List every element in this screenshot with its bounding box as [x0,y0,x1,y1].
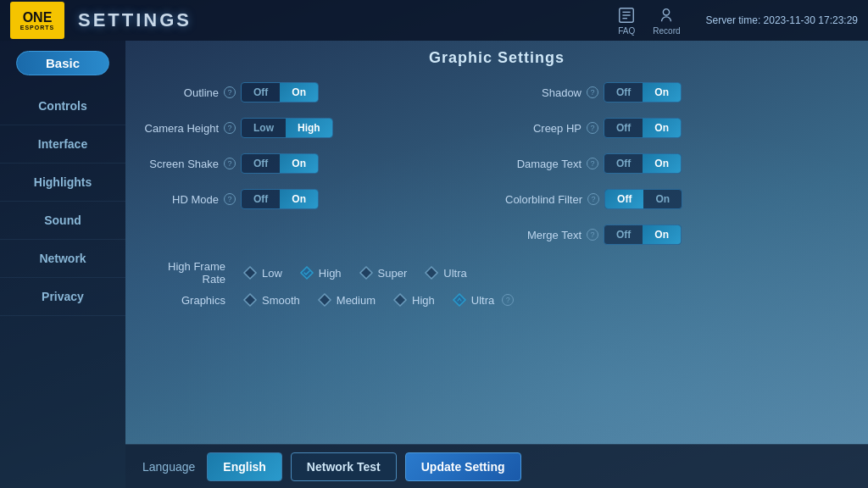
setting-merge-text: Merge Text ? Off On [505,219,851,250]
creep-hp-off-btn[interactable]: Off [604,119,643,137]
diamond-super-icon [359,265,374,280]
colorblind-label: Colorblind Filter [505,193,582,206]
screen-shake-label: Screen Shake [142,158,219,170]
outline-toggle: Off On [241,82,319,103]
hd-mode-label: HD Mode [142,193,219,206]
hd-mode-on-btn[interactable]: On [280,190,318,208]
sidebar-item-privacy[interactable]: Privacy [0,278,125,316]
graphics-ultra[interactable]: Ultra ? [452,292,514,308]
creep-hp-label: Creep HP [505,122,581,135]
shadow-off-btn[interactable]: Off [604,83,643,102]
language-label: Language [142,460,195,474]
merge-text-help-icon[interactable]: ? [587,229,598,241]
camera-height-label: Camera Height [142,122,219,135]
graphics-smooth-label: Smooth [262,294,300,307]
graphics-label: Graphics [149,294,225,307]
colorblind-on-btn[interactable]: On [643,190,682,208]
svg-point-4 [664,8,670,14]
screen-shake-on-btn[interactable]: On [280,154,318,173]
logo-esports: ESPORTS [20,25,54,30]
damage-text-help-icon[interactable]: ? [587,158,598,169]
colorblind-help-icon[interactable]: ? [587,193,599,205]
shadow-label: Shadow [505,86,581,99]
faq-label: FAQ [618,26,635,36]
outline-on-btn[interactable]: On [280,83,318,102]
framerate-ultra[interactable]: Ultra [424,265,466,280]
shadow-on-btn[interactable]: On [643,83,681,102]
graphics-smooth[interactable]: Smooth [242,292,300,308]
diamond-graphicshigh-icon [392,292,408,308]
logo-one: ONE [23,11,53,25]
diamond-smooth-icon [242,292,258,308]
damage-text-toggle: Off On [604,153,682,174]
outline-label: Outline [142,86,219,99]
screen-shake-off-btn[interactable]: Off [242,154,280,173]
damage-text-off-btn[interactable]: Off [604,154,643,173]
framerate-high-label: High [319,267,342,280]
creep-hp-on-btn[interactable]: On [643,119,681,137]
shadow-toggle: Off On [604,82,682,103]
sidebar-item-highlights[interactable]: Highlights [0,164,125,202]
graphics-high[interactable]: High [392,292,435,308]
graphics-ultra-label: Ultra [471,294,494,307]
damage-text-label: Damage Text [505,158,581,170]
bottom-bar: Language English Network Test Update Set… [125,444,868,488]
setting-shadow: Shadow ? Off On [505,77,851,108]
update-setting-button[interactable]: Update Setting [405,452,521,481]
faq-button[interactable]: FAQ [617,6,636,36]
framerate-super-label: Super [378,267,408,280]
creep-hp-help-icon[interactable]: ? [587,122,598,134]
setting-hd-mode: HD Mode ? Off On [142,184,488,214]
settings-grid: Outline ? Off On Shadow ? Off On Camera … [142,77,851,250]
graphics-ultra-help-icon[interactable]: ? [502,294,514,306]
setting-creep-hp: Creep HP ? Off On [505,113,851,143]
graphics-medium-label: Medium [337,294,376,307]
damage-text-on-btn[interactable]: On [643,154,681,173]
setting-empty [142,219,488,250]
hd-mode-off-btn[interactable]: Off [242,190,280,208]
camera-low-btn[interactable]: Low [242,119,286,137]
graphics-medium[interactable]: Medium [317,292,376,308]
camera-high-btn[interactable]: High [286,119,332,137]
shadow-help-icon[interactable]: ? [587,86,598,98]
screen-shake-help-icon[interactable]: ? [224,158,236,169]
merge-text-off-btn[interactable]: Off [604,225,643,244]
main-content: Graphic Settings Outline ? Off On Shadow… [125,41,868,488]
language-button[interactable]: English [207,452,282,481]
logo: ONE ESPORTS [10,2,64,39]
section-title: Graphic Settings [142,49,851,67]
top-bar: ONE ESPORTS SETTINGS FAQ Record Server t… [0,0,868,41]
record-button[interactable]: Record [653,6,680,36]
colorblind-toggle: Off On [604,189,682,209]
network-test-button[interactable]: Network Test [291,452,397,481]
sidebar-item-controls[interactable]: Controls [0,87,125,125]
outline-help-icon[interactable]: ? [224,86,236,98]
record-icon [657,6,676,25]
screen-shake-toggle: Off On [241,153,319,174]
sidebar-item-interface[interactable]: Interface [0,125,125,164]
framerate-low[interactable]: Low [242,265,282,280]
outline-off-btn[interactable]: Off [242,83,280,102]
merge-text-label: Merge Text [505,229,581,241]
diamond-graphicsultra-icon [452,292,467,308]
framerate-super[interactable]: Super [359,265,408,280]
camera-height-help-icon[interactable]: ? [224,122,236,134]
creep-hp-toggle: Off On [604,118,682,138]
graphics-high-label: High [412,294,435,307]
server-time: Server time: 2023-11-30 17:23:29 [706,14,858,26]
merge-text-on-btn[interactable]: On [643,225,681,244]
framerate-high[interactable]: High [299,265,342,280]
sidebar-item-network[interactable]: Network [0,240,125,278]
sidebar-item-sound[interactable]: Sound [0,202,125,240]
faq-icon [617,6,636,25]
framerate-label: High FrameRate [149,260,225,286]
setting-camera-height: Camera Height ? Low High [142,113,488,143]
page-title: SETTINGS [78,9,192,31]
graphics-row: Graphics Smooth Medium High [142,292,851,308]
framerate-row: High FrameRate Low High [142,260,851,286]
hd-mode-toggle: Off On [241,189,319,209]
colorblind-off-btn[interactable]: Off [605,190,643,208]
hd-mode-help-icon[interactable]: ? [224,193,236,205]
sidebar-tab-basic[interactable]: Basic [16,51,109,75]
diamond-high-icon [299,265,314,280]
